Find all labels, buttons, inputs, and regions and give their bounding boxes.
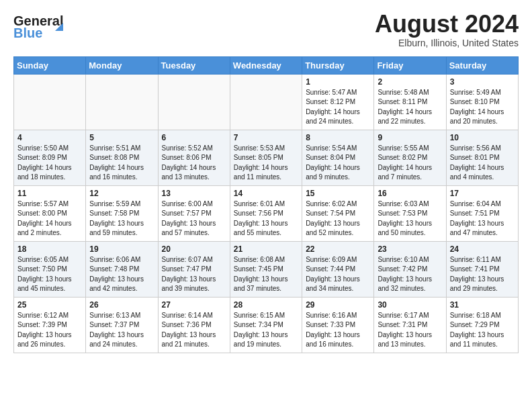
day-number: 20 [162, 244, 226, 254]
day-info: Sunrise: 5:55 AM Sunset: 8:02 PM Dayligh… [378, 144, 442, 183]
day-info: Sunrise: 6:13 AM Sunset: 7:37 PM Dayligh… [89, 311, 154, 350]
calendar-cell: 4Sunrise: 5:50 AM Sunset: 8:09 PM Daylig… [14, 130, 86, 185]
day-info: Sunrise: 6:16 AM Sunset: 7:33 PM Dayligh… [306, 311, 370, 350]
day-number: 21 [234, 244, 298, 254]
day-number: 7 [234, 133, 298, 142]
calendar-cell: 6Sunrise: 5:52 AM Sunset: 8:06 PM Daylig… [158, 130, 230, 185]
day-number: 2 [378, 77, 442, 87]
day-number: 17 [450, 189, 515, 198]
calendar-cell: 31Sunrise: 6:18 AM Sunset: 7:29 PM Dayli… [446, 297, 518, 353]
calendar-cell: 19Sunrise: 6:06 AM Sunset: 7:48 PM Dayli… [86, 241, 158, 297]
day-info: Sunrise: 5:52 AM Sunset: 8:06 PM Dayligh… [162, 144, 226, 183]
day-info: Sunrise: 6:02 AM Sunset: 7:54 PM Dayligh… [306, 199, 370, 238]
day-info: Sunrise: 5:54 AM Sunset: 8:04 PM Dayligh… [306, 144, 370, 183]
day-number: 27 [162, 300, 226, 310]
weekday-header-monday: Monday [86, 56, 158, 74]
weekday-header-sunday: Sunday [14, 56, 86, 74]
day-number: 22 [306, 244, 370, 254]
calendar-cell: 13Sunrise: 6:00 AM Sunset: 7:57 PM Dayli… [158, 185, 230, 241]
day-number: 18 [17, 244, 82, 254]
calendar-cell: 14Sunrise: 6:01 AM Sunset: 7:56 PM Dayli… [230, 185, 302, 241]
weekday-header-tuesday: Tuesday [158, 56, 230, 74]
day-number: 28 [234, 300, 298, 310]
day-info: Sunrise: 6:06 AM Sunset: 7:48 PM Dayligh… [89, 255, 154, 294]
calendar-table: SundayMondayTuesdayWednesdayThursdayFrid… [13, 56, 519, 353]
calendar-cell [158, 74, 230, 130]
day-info: Sunrise: 6:07 AM Sunset: 7:47 PM Dayligh… [162, 255, 226, 294]
calendar-cell: 11Sunrise: 5:57 AM Sunset: 8:00 PM Dayli… [14, 185, 86, 241]
calendar-cell: 26Sunrise: 6:13 AM Sunset: 7:37 PM Dayli… [86, 297, 158, 353]
calendar-cell: 8Sunrise: 5:54 AM Sunset: 8:04 PM Daylig… [302, 130, 374, 185]
day-info: Sunrise: 6:01 AM Sunset: 7:56 PM Dayligh… [234, 199, 298, 238]
calendar-cell [86, 74, 158, 130]
calendar-cell: 21Sunrise: 6:08 AM Sunset: 7:45 PM Dayli… [230, 241, 302, 297]
calendar-cell: 5Sunrise: 5:51 AM Sunset: 8:08 PM Daylig… [86, 130, 158, 185]
calendar-cell: 12Sunrise: 5:59 AM Sunset: 7:58 PM Dayli… [86, 185, 158, 241]
day-number: 14 [234, 189, 298, 198]
calendar-cell: 15Sunrise: 6:02 AM Sunset: 7:54 PM Dayli… [302, 185, 374, 241]
day-number: 5 [89, 133, 154, 142]
calendar-cell: 7Sunrise: 5:53 AM Sunset: 8:05 PM Daylig… [230, 130, 302, 185]
calendar-cell: 25Sunrise: 6:12 AM Sunset: 7:39 PM Dayli… [14, 297, 86, 353]
day-number: 8 [306, 133, 370, 142]
calendar-cell: 20Sunrise: 6:07 AM Sunset: 7:47 PM Dayli… [158, 241, 230, 297]
day-info: Sunrise: 5:48 AM Sunset: 8:11 PM Dayligh… [378, 88, 442, 127]
day-number: 29 [306, 300, 370, 310]
calendar-cell: 18Sunrise: 6:05 AM Sunset: 7:50 PM Dayli… [14, 241, 86, 297]
day-info: Sunrise: 6:04 AM Sunset: 7:51 PM Dayligh… [450, 199, 515, 238]
calendar-cell: 22Sunrise: 6:09 AM Sunset: 7:44 PM Dayli… [302, 241, 374, 297]
calendar-page: General Blue August 2024 Elburn, Illinoi… [0, 0, 532, 360]
day-info: Sunrise: 6:11 AM Sunset: 7:41 PM Dayligh… [450, 255, 515, 294]
calendar-cell: 30Sunrise: 6:17 AM Sunset: 7:31 PM Dayli… [374, 297, 446, 353]
day-number: 26 [89, 300, 154, 310]
day-number: 25 [17, 300, 82, 310]
day-info: Sunrise: 6:03 AM Sunset: 7:53 PM Dayligh… [378, 199, 442, 238]
calendar-cell [230, 74, 302, 130]
calendar-cell [14, 74, 86, 130]
day-number: 15 [306, 189, 370, 198]
calendar-cell: 29Sunrise: 6:16 AM Sunset: 7:33 PM Dayli… [302, 297, 374, 353]
calendar-cell: 3Sunrise: 5:49 AM Sunset: 8:10 PM Daylig… [446, 74, 518, 130]
day-info: Sunrise: 5:51 AM Sunset: 8:08 PM Dayligh… [89, 144, 154, 183]
month-title: August 2024 [375, 11, 519, 38]
day-number: 19 [89, 244, 154, 254]
calendar-cell: 16Sunrise: 6:03 AM Sunset: 7:53 PM Dayli… [374, 185, 446, 241]
day-number: 13 [162, 189, 226, 198]
logo-icon: General Blue [13, 11, 67, 39]
day-info: Sunrise: 6:12 AM Sunset: 7:39 PM Dayligh… [17, 311, 82, 350]
calendar-body: 1Sunrise: 5:47 AM Sunset: 8:12 PM Daylig… [14, 74, 519, 353]
calendar-cell: 28Sunrise: 6:15 AM Sunset: 7:34 PM Dayli… [230, 297, 302, 353]
calendar-cell: 27Sunrise: 6:14 AM Sunset: 7:36 PM Dayli… [158, 297, 230, 353]
calendar-cell: 10Sunrise: 5:56 AM Sunset: 8:01 PM Dayli… [446, 130, 518, 185]
calendar-week-4: 18Sunrise: 6:05 AM Sunset: 7:50 PM Dayli… [14, 241, 519, 297]
day-info: Sunrise: 6:08 AM Sunset: 7:45 PM Dayligh… [234, 255, 298, 294]
weekday-header-row: SundayMondayTuesdayWednesdayThursdayFrid… [14, 56, 519, 74]
day-info: Sunrise: 5:50 AM Sunset: 8:09 PM Dayligh… [17, 144, 82, 183]
header: General Blue August 2024 Elburn, Illinoi… [13, 11, 519, 48]
title-block: August 2024 Elburn, Illinois, United Sta… [375, 11, 519, 48]
day-info: Sunrise: 6:05 AM Sunset: 7:50 PM Dayligh… [17, 255, 82, 294]
weekday-header-saturday: Saturday [446, 56, 518, 74]
day-number: 23 [378, 244, 442, 254]
weekday-header-friday: Friday [374, 56, 446, 74]
weekday-header-wednesday: Wednesday [230, 56, 302, 74]
day-number: 11 [17, 189, 82, 198]
calendar-cell: 24Sunrise: 6:11 AM Sunset: 7:41 PM Dayli… [446, 241, 518, 297]
weekday-header-thursday: Thursday [302, 56, 374, 74]
day-info: Sunrise: 5:53 AM Sunset: 8:05 PM Dayligh… [234, 144, 298, 183]
day-info: Sunrise: 5:59 AM Sunset: 7:58 PM Dayligh… [89, 199, 154, 238]
calendar-week-5: 25Sunrise: 6:12 AM Sunset: 7:39 PM Dayli… [14, 297, 519, 353]
day-info: Sunrise: 6:17 AM Sunset: 7:31 PM Dayligh… [378, 311, 442, 350]
day-info: Sunrise: 6:14 AM Sunset: 7:36 PM Dayligh… [162, 311, 226, 350]
location: Elburn, Illinois, United States [375, 38, 519, 48]
day-info: Sunrise: 5:57 AM Sunset: 8:00 PM Dayligh… [17, 199, 82, 238]
calendar-cell: 17Sunrise: 6:04 AM Sunset: 7:51 PM Dayli… [446, 185, 518, 241]
calendar-week-2: 4Sunrise: 5:50 AM Sunset: 8:09 PM Daylig… [14, 130, 519, 185]
day-number: 16 [378, 189, 442, 198]
day-number: 30 [378, 300, 442, 310]
day-info: Sunrise: 6:10 AM Sunset: 7:42 PM Dayligh… [378, 255, 442, 294]
logo: General Blue [13, 11, 67, 39]
day-info: Sunrise: 6:00 AM Sunset: 7:57 PM Dayligh… [162, 199, 226, 238]
day-number: 9 [378, 133, 442, 142]
calendar-cell: 1Sunrise: 5:47 AM Sunset: 8:12 PM Daylig… [302, 74, 374, 130]
